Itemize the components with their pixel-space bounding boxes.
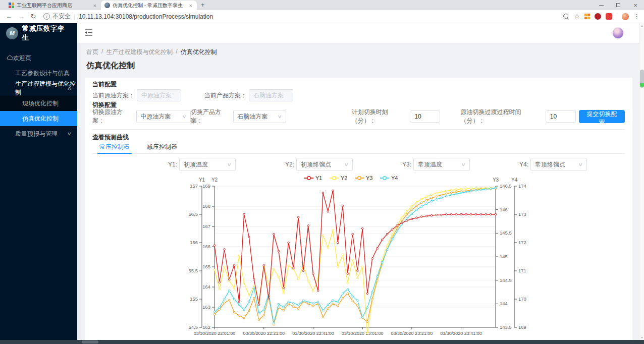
svg-text:166: 166	[202, 244, 210, 249]
sidebar-item-process-design[interactable]: 工艺参数设计与仿真	[0, 66, 77, 81]
zoom-icon[interactable]	[563, 14, 569, 20]
site-info-icon[interactable]: i	[43, 13, 50, 20]
svg-text:174: 174	[518, 183, 526, 189]
y2-select[interactable]: 初顶终馏点 ∨	[296, 158, 353, 171]
svg-text:03/30/2020 23:01:00: 03/30/2020 23:01:00	[341, 331, 383, 336]
switch-product-value: 石脑油方案	[238, 112, 268, 121]
horizontal-scrollbar[interactable]	[0, 340, 644, 344]
chevron-down-icon: ∨	[67, 131, 72, 136]
scroll-down-icon[interactable]: ▼	[639, 336, 644, 339]
reload-icon[interactable]: ↻	[27, 13, 39, 20]
extension-round-icon[interactable]	[595, 13, 601, 20]
url-separator: |	[74, 13, 75, 20]
tab-vacuum-controller[interactable]: 减压控制器	[147, 142, 177, 154]
new-tab-button[interactable]: +	[201, 1, 205, 9]
toolbar-divider	[617, 13, 617, 20]
bookmark-star-icon[interactable]: ☆	[574, 13, 580, 20]
browser-profile-icon[interactable]	[622, 13, 629, 20]
vertical-scrollbar[interactable]: ▲ ▼	[639, 23, 644, 340]
current-crude-input[interactable]	[137, 89, 181, 101]
svg-text:168: 168	[202, 203, 210, 209]
browser-tab-strip: 工业互联网平台应用商店 × 仿真优化控制 - 常减压数字孪生 × + ×	[0, 0, 644, 10]
not-secure-label[interactable]: 不安全	[52, 12, 71, 21]
submit-switch-config-button[interactable]: 提交切换配置	[579, 110, 625, 123]
transition-time-input[interactable]	[546, 110, 576, 123]
sidebar: M 常减压数字孪生 欢迎页 工艺参数设计与仿真 生产过程建模与优化控制 ∧ 现场…	[0, 23, 77, 340]
tab1-close-icon[interactable]: ×	[92, 3, 97, 9]
sidebar-item-label: 质量预报与管理	[15, 130, 58, 138]
svg-text:156: 156	[190, 240, 198, 245]
y4-select-value: 常顶终馏点	[535, 160, 565, 169]
forward-icon[interactable]: →	[15, 13, 27, 20]
svg-text:165: 165	[202, 264, 210, 269]
breadcrumb-production-modeling[interactable]: 生产过程建模与优化控制	[106, 48, 173, 56]
y4-select-label: Y4:	[519, 161, 528, 168]
back-icon[interactable]: ←	[3, 13, 15, 20]
extension-grid-icon[interactable]	[584, 14, 590, 19]
main-card: 当前配置 当前原油方案： 当前产品方案： 切换配置 切换原油方案：	[85, 78, 632, 340]
browser-tab-2[interactable]: 仿真优化控制 - 常减压数字孪生 ×	[101, 1, 197, 10]
prediction-chart-svg: 154.5155155.5156156.5157Y116216316416516…	[188, 172, 529, 336]
svg-text:157: 157	[190, 183, 198, 189]
app-topbar	[77, 23, 644, 43]
browser-menu-icon[interactable]: ⋮	[633, 13, 640, 20]
logo-text: 常减压数字孪生	[22, 24, 71, 42]
window-controls: ×	[593, 0, 644, 10]
browser-tab-1[interactable]: 工业互联网平台应用商店 ×	[5, 1, 101, 10]
svg-text:164: 164	[202, 284, 210, 290]
minimize-button[interactable]	[593, 0, 610, 10]
y3-select-label: Y3:	[402, 161, 411, 168]
vertical-scrollbar-thumb[interactable]	[640, 70, 644, 88]
sidebar-item-quality-forecast[interactable]: 质量预报与管理 ∨	[0, 126, 77, 141]
url-text[interactable]: 10.11.13.104:30108/productionProcess/sim…	[79, 13, 213, 20]
switch-crude-select[interactable]: 中原油方案 ∨	[136, 110, 191, 123]
sidebar-item-production-modeling[interactable]: 生产过程建模与优化控制 ∧	[0, 81, 77, 96]
svg-text:Y3: Y3	[366, 175, 372, 181]
switch-product-label: 切换产品方案：	[191, 108, 231, 125]
y1-select[interactable]: 初顶温度 ∨	[179, 158, 236, 171]
svg-text:156.5: 156.5	[188, 211, 198, 217]
chevron-down-icon: ∨	[278, 114, 283, 119]
current-product-input[interactable]	[249, 89, 293, 101]
current-crude-label: 当前原油方案：	[92, 91, 135, 100]
sidebar-item-simulation-control[interactable]: 仿真优化控制	[0, 111, 77, 126]
tab1-favicon-icon	[9, 3, 14, 8]
tab2-close-icon[interactable]: ×	[188, 3, 193, 9]
current-product-label: 当前产品方案：	[204, 91, 247, 100]
svg-text:146: 146	[500, 207, 508, 212]
svg-text:144: 144	[500, 301, 508, 306]
logo-mark-icon: M	[6, 27, 18, 39]
tab2-favicon-icon	[104, 3, 110, 8]
y1-select-label: Y1:	[168, 161, 177, 168]
svg-text:03/30/2020 22:41:00: 03/30/2020 22:41:00	[292, 331, 334, 336]
plan-time-input[interactable]	[410, 110, 440, 123]
restore-button[interactable]	[610, 0, 627, 10]
y3-select[interactable]: 常顶温度 ∨	[413, 158, 470, 171]
horizontal-scrollbar-thumb[interactable]	[82, 340, 98, 343]
switch-product-select[interactable]: 石脑油方案 ∨	[233, 110, 286, 123]
sidebar-item-welcome[interactable]: 欢迎页	[0, 50, 77, 66]
extension-square-icon[interactable]	[606, 13, 612, 20]
switch-config-row: 切换原油方案： 中原油方案 ∨ 切换产品方案： 石脑油方案 ∨	[92, 110, 625, 123]
svg-text:03/30/2020 22:01:00: 03/30/2020 22:01:00	[193, 331, 235, 336]
sidebar-item-onsite-control[interactable]: 现场优化控制	[0, 96, 77, 111]
curves-heading: 查看预测曲线	[92, 134, 625, 141]
app-logo: M 常减压数字孪生	[0, 23, 77, 43]
svg-text:169: 169	[202, 183, 210, 189]
svg-text:143.5: 143.5	[500, 324, 512, 330]
user-avatar[interactable]	[612, 27, 624, 39]
breadcrumb-separator: /	[176, 48, 177, 56]
scroll-up-icon[interactable]: ▲	[639, 24, 644, 27]
chevron-down-icon: ∨	[344, 162, 349, 167]
menu-fold-icon[interactable]	[85, 29, 92, 36]
tab-atmospheric-controller[interactable]: 常压控制器	[99, 142, 130, 154]
svg-text:146.5: 146.5	[500, 183, 512, 189]
close-button[interactable]: ×	[627, 0, 644, 10]
svg-text:154.5: 154.5	[188, 324, 198, 330]
y4-select[interactable]: 常顶终馏点 ∨	[530, 158, 587, 171]
plan-time-label: 计划切换时刻（分）：	[352, 108, 408, 125]
svg-text:Y2: Y2	[211, 177, 218, 183]
breadcrumb-home[interactable]: 首页	[86, 48, 98, 56]
y-axis-selectors: Y1: 初顶温度 ∨ Y2: 初顶终馏点 ∨ Y	[168, 158, 625, 171]
prediction-chart: 154.5155155.5156156.5157Y116216316416516…	[188, 172, 529, 338]
